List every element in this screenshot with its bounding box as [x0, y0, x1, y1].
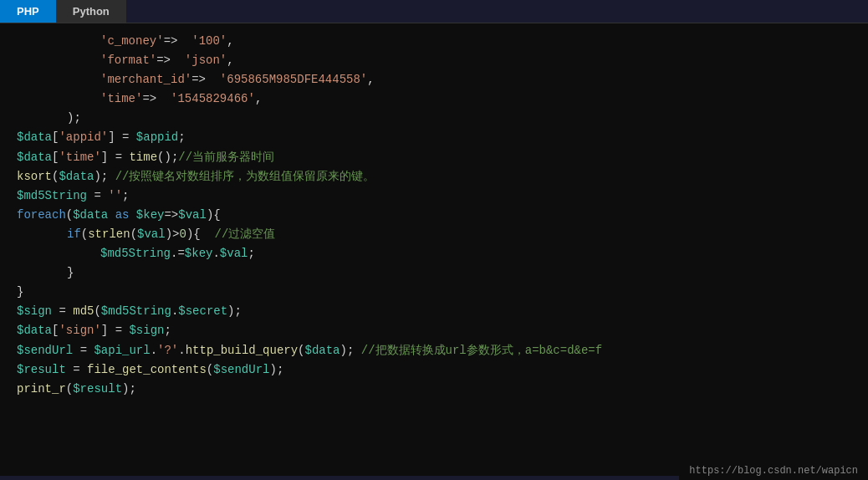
code-line: $data['time'] = time();//当前服务器时间 — [17, 148, 851, 167]
code-line: ); — [17, 109, 851, 128]
code-line: ksort($data); //按照键名对数组排序，为数组值保留原来的键。 — [17, 167, 851, 186]
code-line: 'format'=> 'json', — [17, 51, 851, 70]
code-line: $md5String.=$key.$val; — [17, 244, 851, 263]
code-line: if(strlen($val)>0){ //过滤空值 — [17, 225, 851, 244]
tab-php[interactable]: PHP — [0, 0, 56, 23]
code-area: 'c_money'=> '100', 'format'=> 'json', 'm… — [0, 23, 868, 476]
code-line: foreach($data as $key=>$val){ — [17, 206, 851, 225]
tab-bar: PHP Python — [0, 0, 868, 23]
code-line: $sign = md5($md5String.$secret); — [17, 302, 851, 321]
tab-python[interactable]: Python — [56, 0, 126, 23]
code-line: $md5String = ''; — [17, 186, 851, 206]
footer-url: https://blog.csdn.net/wapicn — [679, 462, 868, 480]
code-line: 'merchant_id'=> '695865M985DFE444558', — [17, 70, 851, 89]
code-line: print_r($result); — [17, 380, 851, 399]
code-line: $data['appid'] = $appid; — [17, 128, 851, 147]
code-line: 'c_money'=> '100', — [17, 32, 851, 51]
code-line: 'time'=> '1545829466', — [17, 89, 851, 109]
code-line: $sendUrl = $api_url.'?'.http_build_query… — [17, 341, 851, 360]
code-line: $data['sign'] = $sign; — [17, 321, 851, 340]
code-line: } — [17, 263, 851, 283]
code-line: } — [17, 283, 851, 302]
code-line: $result = file_get_contents($sendUrl); — [17, 360, 851, 380]
